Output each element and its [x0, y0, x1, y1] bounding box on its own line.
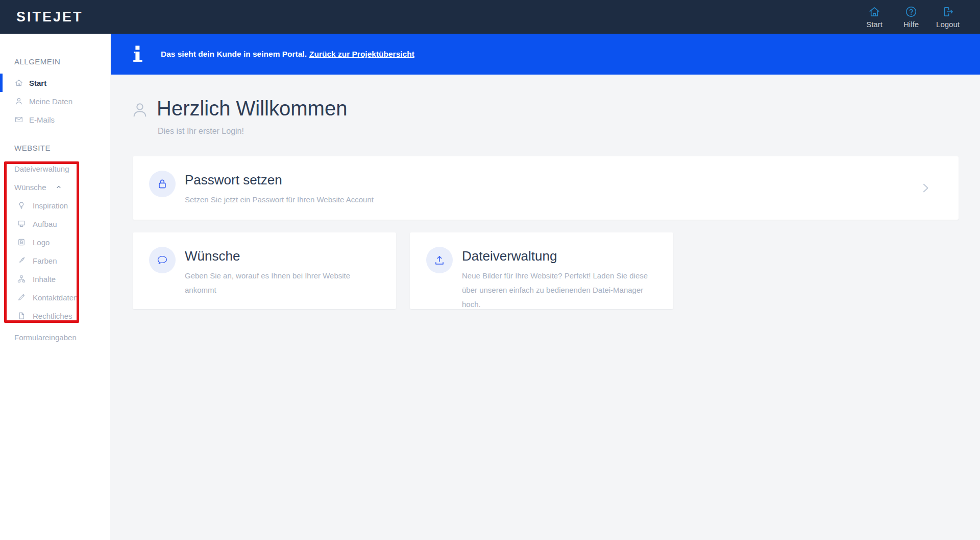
mail-icon	[14, 115, 23, 124]
sidebar-subitem-farben[interactable]: Farben	[0, 251, 110, 270]
sidebar-subitem-aufbau[interactable]: Aufbau	[0, 215, 110, 233]
paintbrush-icon	[17, 256, 26, 265]
sidebar-item-wuensche[interactable]: Wünsche	[0, 178, 110, 196]
logout-icon	[941, 5, 954, 18]
welcome-subtitle: Dies ist Ihr erster Login!	[158, 127, 244, 136]
sitemap-icon	[17, 274, 26, 284]
caret-up-icon	[56, 184, 62, 190]
user-icon	[14, 97, 23, 106]
card-title: Passwort setzen	[185, 172, 374, 188]
topnav-hilfe[interactable]: Hilfe	[899, 5, 923, 29]
lightbulb-icon	[17, 201, 26, 210]
logo-badge-icon	[17, 238, 26, 247]
sidebar-subitem-inspiration[interactable]: Inspiration	[0, 196, 110, 215]
card-subtitle: Setzen Sie jetzt ein Passwort für Ihren …	[185, 193, 374, 207]
document-icon	[17, 311, 26, 320]
sidebar-item-label: Dateiverwaltung	[14, 165, 69, 173]
speech-bubble-icon	[149, 247, 176, 273]
sidebar-item-label: Wünsche	[14, 183, 46, 192]
chevron-right-icon	[919, 180, 932, 196]
sidebar-subitem-label: Kontaktdaten	[33, 293, 78, 302]
sidebar-subitem-label: Logo	[33, 238, 50, 247]
sidebar-subitem-inhalte[interactable]: Inhalte	[0, 270, 110, 288]
topbar: SITEJET Start Hilfe Logout	[0, 0, 980, 34]
sidebar-item-start[interactable]: Start	[0, 74, 110, 92]
sidebar-subitem-label: Farben	[33, 256, 57, 265]
card-subtitle: Neue Bilder für Ihre Website? Perfekt! L…	[462, 269, 658, 312]
sidebar-item-label: E-Mails	[29, 115, 55, 124]
topnav-logout[interactable]: Logout	[936, 5, 960, 29]
customer-portal-banner: Das sieht dein Kunde in seinem Portal.Zu…	[111, 34, 980, 75]
sidebar-item-formulareingaben[interactable]: Formulareingaben	[0, 328, 110, 346]
banner-text: Das sieht dein Kunde in seinem Portal.	[161, 50, 307, 58]
sidebar-item-dateiverwaltung[interactable]: Dateiverwaltung	[0, 159, 110, 178]
info-icon	[132, 45, 143, 63]
sidebar-subitem-label: Aufbau	[33, 220, 57, 228]
sidebar-section-allgemein: ALLGEMEIN	[0, 57, 110, 66]
sidebar: ALLGEMEIN Start Meine Daten E-Mails WEBS…	[0, 34, 110, 540]
sidebar-subitem-logo[interactable]: Logo	[0, 233, 110, 251]
main-content: Herzlich Willkommen Dies ist Ihr erster …	[111, 75, 980, 540]
card-dateiverwaltung[interactable]: Dateiverwaltung Neue Bilder für Ihre Web…	[410, 232, 673, 309]
topnav-start[interactable]: Start	[863, 5, 886, 29]
card-title: Wünsche	[185, 248, 381, 264]
sidebar-section-website: WEBSITE	[0, 144, 110, 153]
sidebar-subitem-label: Inspiration	[33, 201, 68, 210]
lock-icon	[149, 171, 176, 197]
sidebar-item-emails[interactable]: E-Mails	[0, 110, 110, 129]
topnav-hilfe-label: Hilfe	[903, 20, 919, 29]
card-wuensche[interactable]: Wünsche Geben Sie an, worauf es Ihnen be…	[133, 232, 396, 309]
sidebar-item-label: Start	[29, 79, 46, 87]
home-icon	[14, 78, 23, 87]
welcome-heading: Herzlich Willkommen	[157, 96, 347, 121]
pencil-icon	[17, 293, 26, 302]
sidebar-item-label: Meine Daten	[29, 97, 72, 106]
sidebar-item-meine-daten[interactable]: Meine Daten	[0, 92, 110, 110]
banner-project-overview-link[interactable]: Zurück zur Projektübersicht	[309, 50, 414, 58]
sidebar-subitem-label: Rechtliches	[33, 312, 72, 320]
sidebar-subitem-kontaktdaten[interactable]: Kontaktdaten	[0, 288, 110, 307]
home-icon	[868, 5, 881, 18]
card-subtitle: Geben Sie an, worauf es Ihnen bei Ihrer …	[185, 269, 381, 297]
topnav-logout-label: Logout	[936, 20, 960, 29]
person-icon	[130, 100, 150, 120]
upload-icon	[426, 247, 453, 273]
help-icon	[904, 5, 918, 18]
card-title: Dateiverwaltung	[462, 248, 658, 264]
sitejet-logo: SITEJET	[16, 9, 83, 25]
sidebar-item-label: Formulareingaben	[14, 333, 77, 342]
topnav-start-label: Start	[866, 20, 883, 29]
sidebar-subitem-rechtliches[interactable]: Rechtliches	[0, 307, 110, 325]
sidebar-subitem-label: Inhalte	[33, 275, 56, 284]
monitor-icon	[17, 219, 26, 228]
card-passwort-setzen[interactable]: Passwort setzen Setzen Sie jetzt ein Pas…	[133, 156, 959, 220]
topbar-nav: Start Hilfe Logout	[863, 5, 980, 29]
